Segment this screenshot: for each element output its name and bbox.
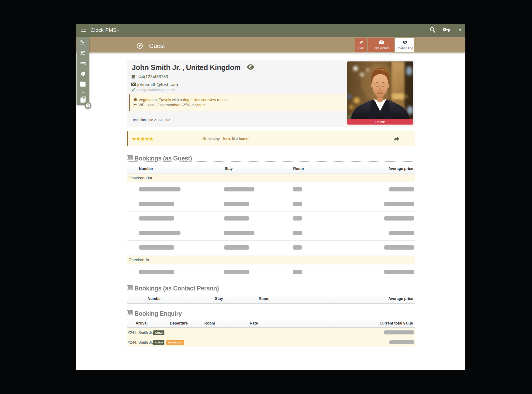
svg-text:?: ?	[87, 104, 89, 107]
